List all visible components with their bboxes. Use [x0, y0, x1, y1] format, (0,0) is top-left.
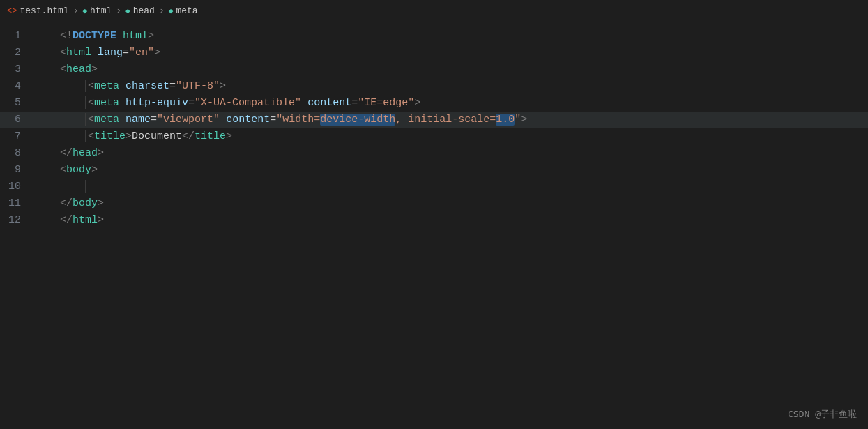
breadcrumb-sep-1: ›	[73, 6, 79, 16]
code-line-12: 12 </html>	[0, 212, 868, 229]
editor-area[interactable]: 1 <!DOCTYPE html> 2 <html lang="en"> 3 <…	[0, 22, 868, 429]
line-content-2: <html lang="en">	[35, 45, 868, 61]
line-number-3: 3	[0, 61, 35, 78]
code-line-8: 8 </head>	[0, 145, 868, 162]
breadcrumb-sep-2: ›	[116, 6, 121, 16]
code-line-4: 4 <meta charset="UTF-8">	[0, 78, 868, 95]
breadcrumb-html-icon: ◆	[82, 6, 87, 15]
code-line-7: 7 <title>Document</title>	[0, 128, 868, 145]
breadcrumb-file-label[interactable]: test.html	[20, 6, 68, 16]
line-content-7: <title>Document</title>	[35, 128, 868, 145]
line-number-8: 8	[0, 145, 35, 162]
code-line-10: 10	[0, 179, 868, 195]
line-number-4: 4	[0, 78, 35, 95]
line-content-11: </body>	[35, 195, 868, 212]
code-line-3: 3 <head>	[0, 61, 868, 78]
line-number-2: 2	[0, 45, 35, 61]
breadcrumb-file-icon: <>	[7, 6, 17, 16]
code-line-5: 5 <meta http-equiv="X-UA-Compatible" con…	[0, 95, 868, 112]
breadcrumb-html-label[interactable]: html	[90, 6, 112, 16]
line-content-5: <meta http-equiv="X-UA-Compatible" conte…	[35, 95, 868, 112]
line-number-1: 1	[0, 28, 35, 45]
code-line-2: 2 <html lang="en">	[0, 45, 868, 61]
line-number-10: 10	[0, 179, 35, 195]
line-number-9: 9	[0, 162, 35, 179]
line-content-8: </head>	[35, 145, 868, 162]
line-number-6: 6	[0, 112, 35, 128]
breadcrumb-head-icon: ◆	[125, 6, 130, 15]
breadcrumb-head-label[interactable]: head	[133, 6, 155, 16]
line-content-3: <head>	[35, 61, 868, 78]
code-line-6: 6 <meta name="viewport" content="width=d…	[0, 112, 868, 128]
line-content-9: <body>	[35, 162, 868, 179]
breadcrumb: <> test.html › ◆ html › ◆ head › ◆ meta	[0, 0, 868, 22]
line-content-12: </html>	[35, 212, 868, 229]
breadcrumb-sep-3: ›	[159, 6, 165, 16]
line-content-6: <meta name="viewport" content="width=dev…	[35, 112, 868, 128]
line-number-7: 7	[0, 128, 35, 145]
breadcrumb-meta-label[interactable]: meta	[176, 6, 197, 16]
code-line-9: 9 <body>	[0, 162, 868, 179]
line-content-10	[35, 179, 868, 195]
line-number-11: 11	[0, 195, 35, 212]
code-line-1: 1 <!DOCTYPE html>	[0, 28, 868, 45]
line-number-12: 12	[0, 212, 35, 229]
line-content-4: <meta charset="UTF-8">	[35, 78, 868, 95]
breadcrumb-meta-icon: ◆	[169, 6, 174, 15]
line-content-1: <!DOCTYPE html>	[35, 28, 868, 45]
watermark: CSDN @子非鱼啦	[788, 408, 857, 421]
code-line-11: 11 </body>	[0, 195, 868, 212]
line-number-5: 5	[0, 95, 35, 112]
